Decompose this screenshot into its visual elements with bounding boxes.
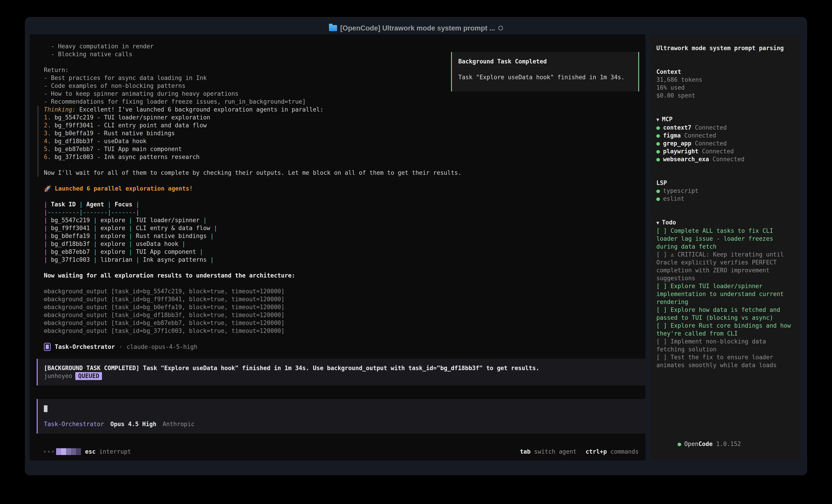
gear-icon: ⚙ [44,288,48,295]
context-stat-line: $0.00 spent [656,92,795,100]
working-spinner [44,448,81,455]
session-title: Ultrawork mode system prompt parsing [656,44,795,52]
table-pipe: | [44,232,48,240]
blank-line [44,193,639,200]
todo-text: Test the fix to ensure loader animates s… [656,354,777,368]
table-header-cell: Task ID [48,201,79,208]
tool-call-text: background_output [task_id=bg_df18bb3f, … [48,312,285,318]
table-pipe: | [203,217,207,224]
agent-task-item: 6. bg_37f1c003 - Ink async patterns rese… [44,153,639,161]
task-text: bg_eb87ebb7 - TUI App main component [54,146,182,152]
table-pipe: | [94,241,97,247]
blank-line [44,351,639,359]
agent-task-item: 2. bg_f9ff3041 - CLI entry point and dat… [44,121,639,130]
table-row: | bg_df18bb3f | explore | useData hook | [44,240,639,248]
completed-meta-row: junhoyeoQUEUED [44,372,639,380]
mcp-server-name: context7 [663,124,692,131]
status-dot-icon: ● [656,148,660,155]
todo-text: Explore Rust core bindings and how they'… [656,322,795,337]
spacer [44,386,639,399]
table-cell: bg_b0effa19 [48,232,94,240]
blank-line [44,161,639,169]
todo-section-header[interactable]: ▼Todo [656,219,795,227]
task-text: bg_37f1c003 - Ink async patterns researc… [54,153,200,160]
sidebar-panel: Ultrawork mode system prompt parsing Con… [650,34,800,460]
status-dot-icon: ● [656,195,660,202]
table-pipe: | [136,256,139,263]
table-cell: Rust native bindings [132,232,210,240]
table-cell: explore [97,217,129,224]
status-dot-icon: ● [656,156,660,163]
thinking-wait-line: Now I'll wait for all of them to complet… [44,169,639,177]
spinner-blocks-icon [56,448,81,455]
input-line[interactable] [44,404,639,412]
background-task-toast[interactable]: Background Task Completed Task "Explore … [451,52,639,91]
table-cell: CLI entry & data flow [132,225,214,231]
table-pipe: | [182,241,186,247]
toast-title: Background Task Completed [458,58,632,65]
mcp-server-status: Connected [698,148,734,155]
task-number: 6. [44,153,54,160]
todo-list: [ ] Complete ALL tasks to fix CLI loader… [656,227,795,369]
input-provider-name: Anthropic [163,420,194,428]
spacer [656,52,795,68]
agent-selector-row[interactable]: Task-Orchestrator Opus 4.5 High Anthropi… [44,420,639,428]
blank-line [44,264,639,272]
mcp-section-header[interactable]: ▼MCP [656,115,795,124]
table-pipe: | [94,225,97,231]
tab-hint: tab switch agent [520,448,576,456]
brand-code: Code [698,441,712,447]
table-pipe: | [44,248,48,255]
input-agent-name[interactable]: Task-Orchestrator [44,420,104,428]
queued-badge: QUEUED [75,372,102,380]
table-pipe: | [214,225,217,231]
table-pipe: | [210,232,214,240]
tool-call-line: ⚙background_output [task_id=bg_37f1c003,… [44,327,639,335]
tool-call-line: ⚙background_output [task_id=bg_eb87ebb7,… [44,319,639,327]
gear-icon: ⚙ [44,328,48,334]
table-pipe: | [129,232,132,240]
table-pipe: | [44,201,48,208]
tool-call-text: background_output [task_id=bg_37f1c003, … [48,328,285,334]
task-text: bg_f9ff3041 - CLI entry point and data f… [54,122,207,129]
chevron-down-icon: ▼ [656,220,659,226]
thinking-intro-text: Excellent! I've launched 6 background ex… [79,106,323,113]
table-header-row: | Task ID | Agent | Focus | [44,200,639,208]
gear-icon: ⚙ [44,296,48,303]
lsp-server-row: ●eslint [656,195,795,203]
table-header-cell: Agent [83,201,108,208]
mcp-heading: MCP [662,116,673,122]
table-cell: useData hook [132,241,182,247]
background-output-calls: ⚙background_output [task_id=bg_5547c219,… [44,287,639,335]
tool-call-text: background_output [task_id=bg_b0effa19, … [48,304,285,310]
agent-name: Task-Orchestrator [55,343,115,351]
gear-icon: ⚙ [44,304,48,310]
todo-text: Complete ALL tasks to fix CLI loader lag… [656,227,777,250]
context-stat-line: 16% used [656,84,795,92]
task-number: 3. [44,130,54,137]
transcript-line: - Heavy computation in render [44,43,639,50]
table-pipe: | [79,201,83,208]
table-cell: bg_df18bb3f [48,241,94,247]
todo-item: [ ] Explore Rust core bindings and how t… [656,322,795,338]
table-pipe: | [94,217,97,224]
table-pipe: | [44,241,48,247]
app-version [712,441,716,447]
prompt-input-area[interactable]: Task-Orchestrator Opus 4.5 High Anthropi… [36,399,646,433]
input-model-name[interactable]: Opus 4.5 High [110,420,156,428]
thinking-intro-line: Thinking: Excellent! I've launched 6 bac… [44,106,639,114]
mcp-server-row: ●websearch_exa Connected [656,156,795,163]
task-number: 2. [44,122,54,129]
mcp-server-row: ●figma Connected [656,132,795,140]
table-cell: bg_f9ff3041 [48,225,94,231]
blank-line [44,335,639,343]
table-row: | bg_f9ff3041 | explore | CLI entry & da… [44,224,639,232]
table-row: | bg_b0effa19 | explore | Rust native bi… [44,232,639,240]
todo-item: [ ] Implement non-blocking data fetching… [656,338,795,354]
agent-task-item: 3. bg_b0effa19 - Rust native bindings [44,130,639,137]
table-cell: Ink async patterns [139,256,210,263]
table-row: | bg_5547c219 | explore | TUI loader/spi… [44,216,639,224]
table-pipe: | [94,248,97,255]
status-dot-icon: ● [656,132,660,139]
status-dot-icon: ● [656,188,660,194]
